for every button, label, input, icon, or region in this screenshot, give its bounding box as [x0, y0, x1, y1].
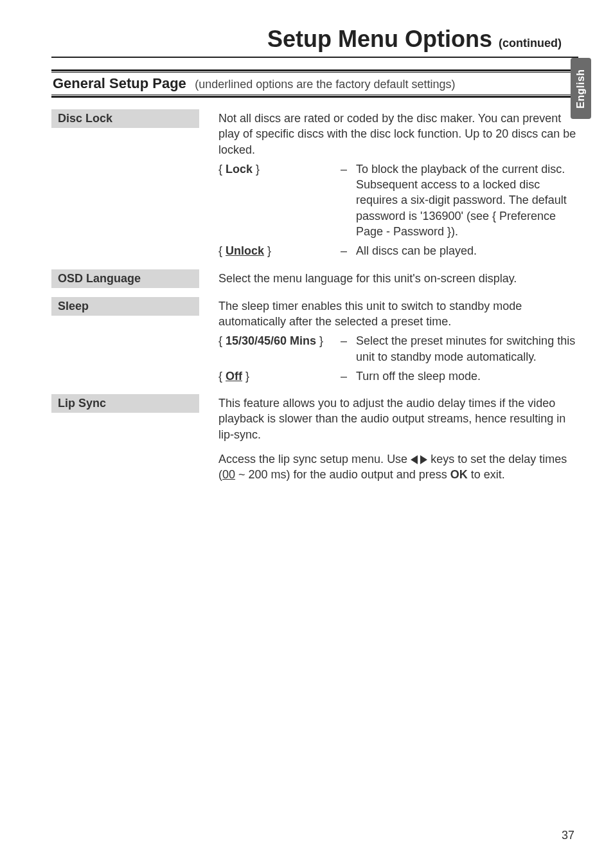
page-title-main: Setup Menu Options	[267, 26, 492, 53]
sleep-opt-off-key: { Off }	[218, 368, 341, 384]
label-sleep: Sleep	[51, 297, 199, 316]
body-lip-sync: This feature allows you to adjust the au…	[199, 394, 578, 484]
row-disc-lock: Disc Lock Not all discs are rated or cod…	[51, 109, 578, 260]
label-osd-language: OSD Language	[51, 269, 199, 288]
language-side-tab-label: English	[575, 69, 587, 108]
sleep-intro: The sleep timer enables this unit to swi…	[218, 298, 578, 330]
body-osd-language: Select the menu language for this unit's…	[199, 269, 578, 288]
page-title: Setup Menu Options (continued)	[51, 26, 574, 53]
dash-icon: –	[341, 333, 356, 365]
dash-icon: –	[341, 161, 356, 239]
dash-icon: –	[341, 243, 356, 258]
lip-sync-detail: Access the lip sync setup menu. Use keys…	[218, 451, 578, 483]
section-name: General Setup Page	[53, 75, 186, 91]
row-osd-language: OSD Language Select the menu language fo…	[51, 269, 578, 288]
sleep-opt-mins-key: { 15/30/45/60 Mins }	[218, 333, 341, 365]
section-note: (underlined options are the factory defa…	[195, 78, 455, 91]
osd-language-intro: Select the menu language for this unit's…	[218, 271, 578, 286]
left-arrow-icon	[411, 455, 418, 464]
disc-lock-opt-unlock: { Unlock } – All discs can be played.	[218, 243, 578, 258]
body-disc-lock: Not all discs are rated or coded by the …	[199, 109, 578, 260]
title-rule	[51, 57, 578, 58]
body-sleep: The sleep timer enables this unit to swi…	[199, 297, 578, 385]
disc-lock-opt-lock-val: To block the playback of the current dis…	[356, 161, 578, 239]
label-disc-lock: Disc Lock	[51, 109, 199, 128]
lip-sync-intro: This feature allows you to adjust the au…	[218, 395, 578, 442]
section-rule-bottom-2	[51, 96, 578, 98]
page-title-sub: (continued)	[499, 37, 562, 50]
page-number: 37	[562, 829, 574, 842]
disc-lock-intro: Not all discs are rated or coded by the …	[218, 111, 578, 158]
row-sleep: Sleep The sleep timer enables this unit …	[51, 297, 578, 385]
disc-lock-opt-unlock-val: All discs can be played.	[356, 243, 578, 258]
label-lip-sync: Lip Sync	[51, 394, 199, 413]
disc-lock-opt-lock-key: { Lock }	[218, 161, 341, 239]
sleep-opt-mins: { 15/30/45/60 Mins } – Select the preset…	[218, 333, 578, 365]
section-rule-bottom	[51, 95, 578, 95]
disc-lock-opt-lock: { Lock } – To block the playback of the …	[218, 161, 578, 239]
section-rule-top	[51, 69, 578, 71]
sleep-opt-mins-val: Select the preset minutes for switching …	[356, 333, 578, 365]
language-side-tab: English	[571, 58, 591, 119]
sleep-opt-off-val: Turn off the sleep mode.	[356, 368, 578, 384]
right-arrow-icon	[420, 455, 427, 464]
sleep-opt-off: { Off } – Turn off the sleep mode.	[218, 368, 578, 384]
disc-lock-opt-unlock-key: { Unlock }	[218, 243, 341, 258]
dash-icon: –	[341, 368, 356, 384]
row-lip-sync: Lip Sync This feature allows you to adju…	[51, 394, 578, 484]
section-header: General Setup Page (underlined options a…	[51, 69, 578, 98]
